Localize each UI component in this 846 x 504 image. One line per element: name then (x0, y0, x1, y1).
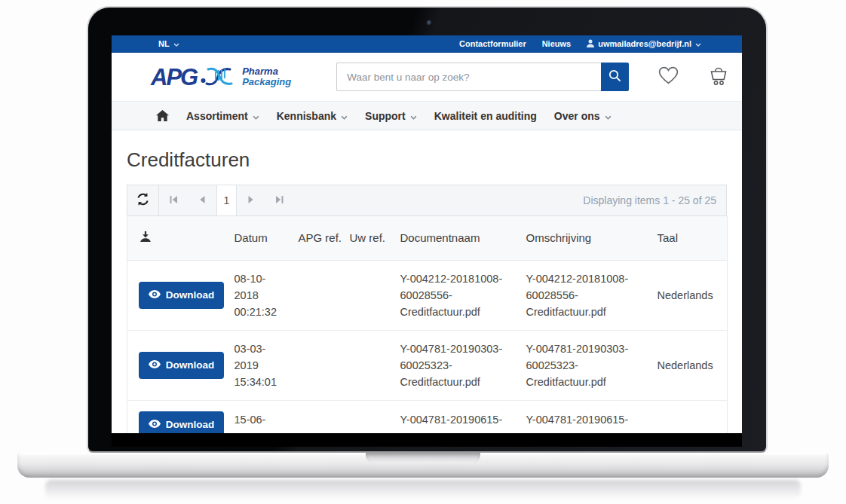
page-title: Creditfacturen (127, 148, 727, 172)
laptop-base (17, 453, 829, 478)
home-icon[interactable] (156, 110, 169, 121)
laptop-lid: NL Contactformulier Nieuws uwmailadres@ (87, 6, 768, 453)
laptop-notch (366, 453, 480, 463)
nav-item-label: Kwaliteit en auditing (434, 110, 537, 122)
refresh-icon (136, 193, 150, 209)
search-bar (336, 63, 629, 91)
topbar-link-nieuws[interactable]: Nieuws (542, 39, 572, 48)
paging-status: Displaying items 1 - 25 of 25 (583, 194, 726, 206)
dna-helix-icon (201, 63, 238, 91)
table-row: Download 15-06- Y-004781-20190615- Y-004… (127, 400, 728, 433)
search-input[interactable] (336, 63, 601, 91)
cell-datum: 15-06- (234, 400, 299, 433)
main-navigation: Assortiment Kennisbank Support Kwaliteit… (112, 101, 742, 130)
eye-icon (149, 419, 161, 430)
nav-item-label: Kennisbank (277, 110, 336, 122)
column-header-taal: Taal (657, 216, 728, 260)
last-page-button[interactable] (265, 185, 294, 215)
cell-omschrijving: Y-004781-20190303-60025323-Creditfactuur… (526, 330, 657, 400)
cell-datum: 08-10-2018 00:21:32 (234, 260, 299, 330)
cell-datum: 03-03-2019 15:34:01 (234, 330, 299, 400)
nav-item-label: Support (365, 110, 406, 122)
table-row: Download 08-10-2018 00:21:32 Y-004212-20… (127, 260, 728, 330)
cell-uw-ref (350, 260, 400, 330)
cell-apg-ref (299, 330, 350, 400)
table-header-row: Datum APG ref. Uw ref. Documentnaam Omsc… (127, 216, 728, 260)
nav-item-kwaliteit-en-auditing[interactable]: Kwaliteit en auditing (434, 110, 537, 122)
column-header-datum: Datum (234, 216, 299, 260)
cell-taal: Nederlands (657, 330, 728, 400)
laptop-reflection (45, 480, 801, 499)
cell-apg-ref (299, 400, 350, 433)
cell-apg-ref (299, 260, 350, 330)
account-email: uwmailadres@bedrijf.nl (598, 39, 691, 48)
column-header-apg-ref: APG ref. (299, 216, 350, 260)
chevron-down-icon (605, 110, 612, 122)
cell-documentnaam: Y-004212-20181008-60028556-Creditfactuur… (400, 260, 526, 330)
cell-omschrijving: Y-004781-20190615- (526, 400, 657, 433)
search-button[interactable] (601, 63, 629, 91)
column-header-omschrijving: Omschrijving (526, 216, 657, 260)
refresh-button[interactable] (127, 185, 159, 215)
logo-tagline: Pharma Packaging (242, 66, 291, 87)
next-page-icon (247, 194, 256, 207)
nav-item-assortiment[interactable]: Assortiment (186, 110, 259, 122)
first-page-button[interactable] (159, 185, 188, 215)
download-button[interactable]: Download (139, 411, 224, 434)
chevron-down-icon (173, 39, 179, 48)
table-row: Download 03-03-2019 15:34:01 Y-004781-20… (127, 330, 728, 400)
topbar: NL Contactformulier Nieuws uwmailadres@ (112, 35, 742, 53)
last-page-icon (275, 194, 284, 207)
logo-tagline-line2: Packaging (242, 77, 291, 87)
download-button[interactable]: Download (139, 352, 224, 379)
heart-icon (657, 66, 679, 88)
chevron-down-icon (253, 110, 259, 122)
nav-item-label: Assortiment (186, 110, 248, 122)
download-button[interactable]: Download (139, 282, 224, 309)
nav-item-label: Over ons (554, 110, 600, 122)
search-icon (608, 69, 621, 84)
account-menu[interactable]: uwmailadres@bedrijf.nl (587, 39, 701, 49)
download-all-header[interactable] (127, 216, 234, 260)
chevron-down-icon (695, 39, 701, 48)
cart-icon (708, 66, 729, 89)
language-selector[interactable]: NL (158, 39, 179, 48)
nav-item-over-ons[interactable]: Over ons (554, 110, 612, 122)
previous-page-icon (198, 194, 207, 207)
column-header-documentnaam: Documentnaam (400, 216, 526, 260)
download-button-label: Download (166, 359, 215, 371)
nav-item-support[interactable]: Support (365, 110, 417, 122)
laptop-mockup: NL Contactformulier Nieuws uwmailadres@ (0, 0, 846, 504)
wishlist-button[interactable] (657, 66, 679, 88)
previous-page-button[interactable] (188, 185, 216, 215)
apg-logo[interactable]: APG Pharma Packaging (151, 63, 291, 91)
cell-omschrijving: Y-004212-20181008-60028556-Creditfactuur… (526, 260, 657, 330)
page-content: Creditfacturen (112, 148, 742, 433)
cart-button[interactable] (708, 66, 729, 89)
webcam-dot (427, 20, 432, 26)
language-label: NL (158, 39, 170, 48)
topbar-link-contactformulier[interactable]: Contactformulier (459, 39, 526, 48)
cell-uw-ref (350, 330, 400, 400)
first-page-icon (169, 194, 178, 207)
column-header-uw-ref: Uw ref. (350, 216, 400, 260)
cell-documentnaam: Y-004781-20190303-60025323-Creditfactuur… (400, 330, 526, 400)
grid-toolbar: 1 Displaying items 1 - 25 of 25 (127, 185, 727, 216)
current-page[interactable]: 1 (216, 185, 237, 215)
download-button-label: Download (166, 419, 215, 430)
browser-viewport: NL Contactformulier Nieuws uwmailadres@ (112, 35, 742, 433)
logo-text: APG (151, 66, 197, 89)
laptop-screen: NL Contactformulier Nieuws uwmailadres@ (112, 35, 742, 447)
topbar-links: Contactformulier Nieuws uwmailadres@bedr… (459, 39, 701, 49)
cell-taal (657, 400, 728, 433)
cell-uw-ref (350, 400, 400, 433)
chevron-down-icon (341, 110, 348, 122)
eye-icon (149, 359, 161, 371)
download-button-label: Download (166, 289, 215, 301)
site-header: APG Pharma Packaging (112, 53, 742, 101)
eye-icon (149, 289, 161, 301)
documents-table: Datum APG ref. Uw ref. Documentnaam Omsc… (127, 216, 728, 433)
next-page-button[interactable] (237, 185, 265, 215)
nav-item-kennisbank[interactable]: Kennisbank (277, 110, 348, 122)
cell-taal: Nederlands (657, 260, 728, 330)
